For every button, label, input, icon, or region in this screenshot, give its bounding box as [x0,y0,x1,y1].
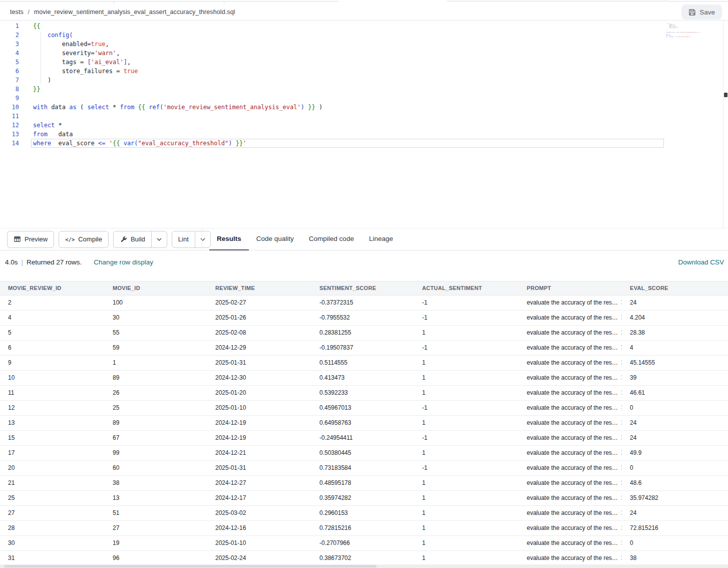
cell-review-time: 2025-01-31 [207,461,311,475]
code-editor[interactable]: 1234567891011121314 {{ config( enabled=t… [0,21,728,228]
table-row[interactable]: 21002025-02-27-0.37372315-1evaluate the … [0,296,728,311]
cell-movie-id: 13 [105,491,207,505]
code-line[interactable]: where eval_score <= '{{ var("eval_accura… [33,139,322,148]
tab-results[interactable]: Results [209,228,249,250]
cell-sentiment-score: 0.35974282 [311,491,414,505]
table-row[interactable]: 12252025-01-100.45967013-1evaluate the a… [0,401,728,416]
chevron-down-icon [200,238,205,241]
code-line[interactable]: from data [33,130,322,139]
lint-button[interactable]: Lint [172,231,211,248]
table-row[interactable]: 5552025-02-080.283812551evaluate the acc… [0,326,728,341]
cell-movie-id: 25 [105,401,207,415]
cell-prompt: evaluate the accuracy of the res… [519,476,622,490]
table-row[interactable]: 6592024-12-29-0.19507837-1evaluate the a… [0,341,728,356]
code-line[interactable]: with data as ( select * from {{ ref('mov… [33,103,322,112]
cell-movie-review-id: 9 [0,356,105,370]
cell-actual-sentiment: -1 [414,296,519,310]
code-line[interactable]: ) [33,76,322,85]
table-row[interactable]: 4302025-01-26-0.7955532-1evaluate the ac… [0,311,728,326]
code-line[interactable]: severity='warn', [33,49,322,58]
table-row[interactable]: 15672024-12-19-0.24954411-1evaluate the … [0,431,728,446]
results-table-header: MOVIE_REVIEW_IDMOVIE_IDREVIEW_TIMESENTIM… [0,281,728,296]
lint-dropdown-toggle[interactable] [195,231,210,247]
tab-lineage[interactable]: Lineage [361,228,401,250]
build-button[interactable]: Build [113,231,167,248]
cell-eval-score: 0 [622,401,728,415]
line-number: 3 [0,40,20,49]
code-line[interactable]: {{ [33,22,322,31]
breadcrumb-folder[interactable]: tests [10,9,24,16]
cell-prompt: evaluate the accuracy of the res… [519,431,622,445]
code-line[interactable]: store_failures = true [33,67,322,76]
inactive-file-tab[interactable] [447,0,667,2]
change-row-display-link[interactable]: Change row display [94,258,153,266]
table-row[interactable]: 20602025-01-310.73183584-1evaluate the a… [0,461,728,476]
code-line[interactable] [33,112,322,121]
table-row[interactable]: 30192025-01-10-0.27079661evaluate the ac… [0,536,728,551]
build-dropdown-toggle[interactable] [151,231,167,247]
table-row[interactable]: 27512025-03-020.29601531evaluate the acc… [0,506,728,521]
code-lines[interactable]: {{ config( enabled=true, severity='warn'… [33,22,322,148]
cell-eval-score: 24 [622,431,728,445]
table-row[interactable]: 21382024-12-270.485951781evaluate the ac… [0,476,728,491]
line-number: 7 [0,76,20,85]
cell-movie-id: 99 [105,446,207,460]
table-row[interactable]: 28272024-12-160.728152161evaluate the ac… [0,521,728,536]
cell-prompt: evaluate the accuracy of the res… [519,416,622,430]
cell-movie-review-id: 10 [0,371,105,385]
table-row[interactable]: 25132024-12-170.359742821evaluate the ac… [0,491,728,506]
tab-compiled-code[interactable]: Compiled code [301,228,361,250]
table-row[interactable]: 10892024-12-300.4134731evaluate the accu… [0,371,728,386]
cell-eval-score: 49.9 [622,446,728,460]
editor-minimap[interactable]: {{ config( enabled=true, severity='warn'… [666,22,723,225]
cell-review-time: 2025-02-24 [207,551,311,565]
prompt-preview-text: evaluate the accuracy of the res… [527,506,618,520]
minimap-content: {{ config( enabled=true, severity='warn'… [666,22,723,37]
line-number: 8 [0,85,20,94]
cell-actual-sentiment: 1 [414,356,519,370]
table-row[interactable]: 13892024-12-190.649587631evaluate the ac… [0,416,728,431]
save-button[interactable]: Save [681,5,722,20]
tab-code-quality[interactable]: Code quality [249,228,301,250]
compile-button[interactable]: </> Compile [59,231,109,248]
results-table-body: 21002025-02-27-0.37372315-1evaluate the … [0,296,728,566]
cell-prompt: evaluate the accuracy of the res… [519,536,622,550]
cell-review-time: 2025-01-26 [207,311,311,325]
preview-button[interactable]: Preview [7,231,54,248]
cell-sentiment-score: 0.73183584 [311,461,414,475]
code-line[interactable]: where eval_score <= '{{ var("eval_accura… [666,36,723,37]
table-row[interactable]: 912025-01-310.51145551evaluate the accur… [0,356,728,371]
download-csv-link[interactable]: Download CSV [678,258,724,266]
code-line[interactable]: config( [33,31,322,40]
code-line[interactable]: }} [33,85,322,94]
prompt-preview-text: evaluate the accuracy of the res… [527,521,618,535]
horizontal-scrollbar-thumb[interactable] [4,565,377,567]
code-brackets-icon: </> [65,236,75,242]
cell-eval-score: 48.6 [622,476,728,490]
editor-scrollbar-thumb[interactable] [724,93,727,97]
cell-prompt: evaluate the accuracy of the res… [519,326,622,340]
code-line[interactable]: enabled=true, [33,40,322,49]
cell-prompt: evaluate the accuracy of the res… [519,356,622,370]
cell-review-time: 2024-12-30 [207,371,311,385]
results-table: MOVIE_REVIEW_IDMOVIE_IDREVIEW_TIMESENTIM… [0,281,728,566]
column-header-review-time: REVIEW_TIME [207,281,311,295]
table-row[interactable]: 17992024-12-210.503804451evaluate the ac… [0,446,728,461]
table-row[interactable]: 31962025-02-240.386737021evaluate the ac… [0,551,728,566]
cell-eval-score: 45.14555 [622,356,728,370]
cell-movie-review-id: 25 [0,491,105,505]
toolbar-divider [202,228,202,250]
cell-review-time: 2024-12-19 [207,431,311,445]
cell-movie-review-id: 30 [0,536,105,550]
editor-tab-strip [0,0,728,4]
prompt-preview-text: evaluate the accuracy of the res… [527,296,618,310]
horizontal-scrollbar[interactable] [0,564,728,568]
cell-actual-sentiment: -1 [414,461,519,475]
code-line[interactable]: select * [33,121,322,130]
code-line[interactable]: tags = ['ai_eval'], [33,58,322,67]
code-line[interactable] [33,94,322,103]
table-row[interactable]: 11262025-01-200.53922331evaluate the acc… [0,386,728,401]
cell-eval-score: 24 [622,416,728,430]
line-number: 2 [0,31,20,40]
cell-review-time: 2024-12-27 [207,476,311,490]
